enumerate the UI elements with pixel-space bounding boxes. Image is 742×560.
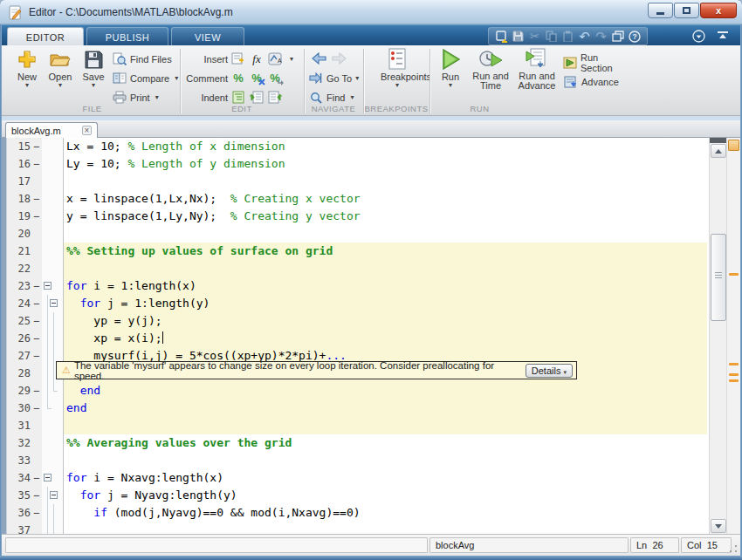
executable-line-indicator[interactable]: −: [31, 295, 42, 312]
executable-line-indicator[interactable]: −: [31, 190, 42, 208]
line-number[interactable]: 36: [7, 504, 31, 522]
code-text[interactable]: for i = 1:length(x): [64, 277, 707, 295]
undo-icon[interactable]: ↶: [578, 30, 592, 44]
line-number[interactable]: 32: [7, 434, 31, 452]
line-number[interactable]: 27: [7, 347, 31, 365]
code-line[interactable]: 32%% Averaging values over the grid: [2, 434, 707, 452]
close-tab-icon[interactable]: ×: [82, 126, 92, 135]
code-text[interactable]: [64, 452, 707, 469]
code-line[interactable]: 18−x = linspace(1,Lx,Nx); % Creating x v…: [2, 190, 707, 208]
code-text[interactable]: for j = 1:length(y): [64, 295, 707, 312]
paste-icon[interactable]: [561, 30, 575, 44]
code-text[interactable]: [64, 417, 707, 434]
code-text[interactable]: xp = x(i);: [64, 330, 707, 347]
document-tab-blockavg[interactable]: blockAvg.m ×: [5, 122, 98, 138]
dropdown-caret-icon[interactable]: ▾: [290, 56, 293, 63]
wrap-comments-icon[interactable]: %: [267, 72, 283, 85]
find-button[interactable]: Find ▾: [308, 90, 354, 105]
line-number[interactable]: 26: [7, 330, 31, 347]
details-button[interactable]: Details ▾: [526, 364, 573, 378]
executable-line-indicator[interactable]: −: [31, 487, 42, 504]
line-number[interactable]: 21: [7, 242, 31, 260]
ribbon-tab-editor[interactable]: EDITOR: [7, 27, 84, 46]
code-text[interactable]: Ly = 10; % Length of y dimension: [64, 155, 707, 173]
code-text[interactable]: end: [64, 400, 707, 417]
code-line[interactable]: 25− yp = y(j);: [2, 312, 707, 330]
compare-button[interactable]: Compare ▾: [112, 71, 178, 85]
run-and-time-button[interactable]: Run andTime: [469, 48, 512, 91]
code-line[interactable]: 34−for i = Nxavg:length(x): [2, 469, 707, 487]
code-line[interactable]: 26− xp = x(i);: [2, 330, 707, 347]
line-number[interactable]: 33: [7, 452, 31, 469]
code-text[interactable]: x = linspace(1,Lx,Nx); % Creating x vect…: [64, 190, 707, 208]
code-line[interactable]: 35− for j = Nyavg:length(y): [2, 487, 707, 504]
save-icon[interactable]: [512, 30, 526, 44]
goto-button[interactable]: Go To ▾: [308, 71, 359, 85]
code-text[interactable]: %% Setting up values of surface on grid: [64, 242, 707, 260]
code-line[interactable]: 36− if (mod(j,Nyavg)==0 && mod(i,Nxavg)=…: [2, 504, 707, 522]
run-section-button[interactable]: Run Section: [563, 55, 625, 70]
maximize-button[interactable]: [674, 3, 699, 18]
code-line[interactable]: 17: [2, 173, 707, 190]
help-icon[interactable]: ?: [628, 30, 642, 44]
save-button[interactable]: Save ▾: [77, 48, 110, 89]
code-line[interactable]: 15−Lx = 10; % Length of x dimension: [2, 138, 707, 155]
line-number[interactable]: 28: [7, 365, 31, 382]
line-number[interactable]: 22: [7, 260, 31, 277]
forward-button[interactable]: [332, 52, 347, 65]
run-button[interactable]: Run ▾: [436, 48, 464, 89]
code-text[interactable]: [64, 173, 707, 190]
cut-icon[interactable]: ✂: [528, 30, 542, 44]
code-text[interactable]: [64, 260, 707, 277]
fold-collapse-icon[interactable]: [50, 491, 58, 499]
executable-line-indicator[interactable]: −: [31, 400, 42, 417]
uncomment-icon[interactable]: %: [249, 72, 265, 85]
redo-icon[interactable]: ↷: [594, 30, 608, 44]
warning-tick[interactable]: [729, 379, 739, 382]
line-number[interactable]: 15: [7, 138, 31, 155]
line-number[interactable]: 31: [7, 417, 31, 434]
line-number[interactable]: 18: [7, 190, 31, 208]
executable-line-indicator[interactable]: −: [31, 312, 42, 330]
code-editor[interactable]: 15−Lx = 10; % Length of x dimension16−Ly…: [2, 138, 740, 534]
ribbon-tab-view[interactable]: VIEW: [171, 27, 244, 46]
code-line[interactable]: 21%% Setting up values of surface on gri…: [2, 242, 707, 260]
code-line[interactable]: 22: [2, 260, 707, 277]
ribbon-tab-publish[interactable]: PUBLISH: [86, 27, 168, 46]
code-line[interactable]: 19−y = linspace(1,Ly,Ny); % Creating y v…: [2, 208, 707, 225]
line-number[interactable]: 20: [7, 225, 31, 242]
code-text[interactable]: end: [64, 382, 707, 400]
indent-left-icon[interactable]: [267, 91, 283, 105]
code-line[interactable]: 31: [2, 417, 707, 434]
line-number[interactable]: 35: [7, 487, 31, 504]
new-button[interactable]: New ▾: [10, 48, 44, 89]
line-number[interactable]: 29: [7, 382, 31, 400]
executable-line-indicator[interactable]: [31, 522, 42, 534]
executable-line-indicator[interactable]: [31, 417, 42, 434]
code-text[interactable]: for j = Nyavg:length(y): [64, 487, 707, 504]
code-line[interactable]: 16−Ly = 10; % Length of y dimension: [2, 155, 707, 173]
line-number[interactable]: 19: [7, 208, 31, 225]
warning-tick[interactable]: [729, 373, 739, 376]
new-script-icon[interactable]: [495, 30, 509, 44]
executable-line-indicator[interactable]: −: [31, 330, 42, 347]
line-number[interactable]: 34: [7, 469, 31, 487]
line-number[interactable]: 30: [7, 400, 31, 417]
warning-tick[interactable]: [729, 273, 739, 276]
executable-line-indicator[interactable]: −: [31, 138, 42, 155]
code-line[interactable]: 24− for j = 1:length(y): [2, 295, 707, 312]
executable-line-indicator[interactable]: [31, 260, 42, 277]
code-text[interactable]: [64, 522, 707, 534]
find-files-button[interactable]: Find Files: [112, 51, 172, 66]
code-text[interactable]: for i = Nxavg:length(x): [64, 469, 707, 487]
executable-line-indicator[interactable]: −: [31, 347, 42, 365]
line-number[interactable]: 17: [7, 173, 31, 190]
breakpoints-button[interactable]: Breakpoints ▾: [381, 48, 414, 89]
executable-line-indicator[interactable]: −: [31, 277, 42, 295]
insert-section-icon[interactable]: [230, 52, 246, 66]
executable-line-indicator[interactable]: [31, 173, 42, 190]
code-text[interactable]: yp = y(j);: [64, 312, 707, 330]
fold-collapse-icon[interactable]: [44, 474, 52, 481]
line-number[interactable]: 37: [7, 522, 31, 534]
scroll-down-button[interactable]: [711, 519, 726, 533]
